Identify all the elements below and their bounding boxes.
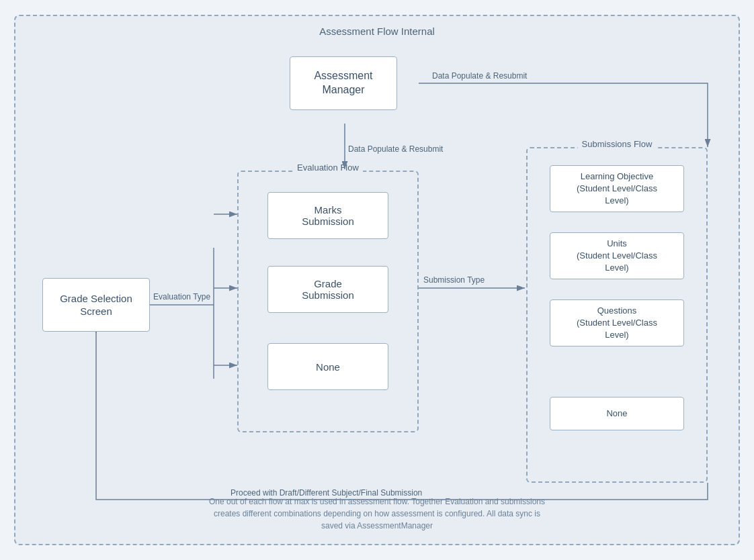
eval-none-box: None [267, 343, 388, 390]
svg-text:Evaluation Type: Evaluation Type [153, 292, 210, 301]
eval-marks-box: Marks Submission [267, 192, 388, 239]
assessment-manager-box: Assessment Manager [290, 56, 397, 110]
sub-units-box: Units (Student Level/Class Level) [550, 232, 684, 279]
outer-title: Assessment Flow Internal [319, 26, 435, 37]
svg-text:Data Populate &  Resubmit: Data Populate & Resubmit [348, 144, 444, 154]
evaluation-flow-container: Evaluation Flow Marks Submission Grade S… [237, 171, 419, 432]
evaluation-flow-title: Evaluation Flow [293, 162, 363, 173]
outer-container: Assessment Flow Internal Assessment Mana… [14, 15, 740, 545]
sub-questions-box: Questions (Student Level/Class Level) [550, 299, 684, 346]
submissions-flow-title: Submissions Flow [578, 139, 657, 149]
footer-note: One out of each flow at max is used in a… [142, 496, 612, 532]
sub-learning-box: Learning Objective (Student Level/Class … [550, 165, 684, 212]
eval-grade-box: Grade Submission [267, 266, 388, 313]
svg-text:Submission Type: Submission Type [423, 275, 485, 285]
sub-none-box: None [550, 397, 684, 430]
submissions-flow-container: Submissions Flow Learning Objective (Stu… [526, 147, 708, 483]
grade-selection-box: Grade Selection Screen [42, 278, 150, 332]
svg-text:Data Populate &  Resubmit: Data Populate & Resubmit [432, 71, 528, 81]
